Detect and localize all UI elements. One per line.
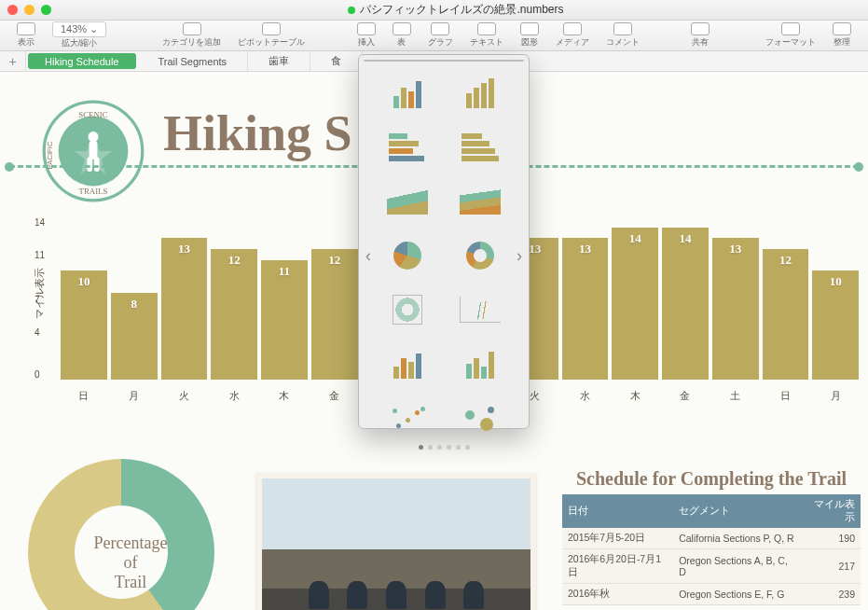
toolbar: 表示 143% ⌄拡大/縮小 カテゴリを追加 ピボットテーブル 挿入 表 グラフ… [0, 21, 868, 51]
prev-style-button[interactable]: ‹ [361, 244, 376, 267]
shape-button[interactable]: 図形 [513, 22, 546, 49]
scatter-chart-icon[interactable] [376, 395, 439, 441]
page-title: Hiking S [163, 104, 352, 162]
bar[interactable]: 13 [562, 238, 609, 380]
bubble-chart-icon[interactable] [448, 395, 512, 441]
two-axis-chart-icon[interactable] [448, 340, 512, 387]
bar[interactable]: 14 [662, 228, 709, 380]
chart-picker-popover: 2D 3D Interactive ‹ › [358, 54, 530, 429]
organize-button[interactable]: 整理 [825, 22, 859, 49]
bar-chart-icon[interactable] [376, 124, 439, 171]
chart-dimension-segmented-control[interactable]: 2D 3D Interactive [364, 60, 524, 62]
schedule-title: Schedule for Completing the Trail [562, 468, 861, 489]
comment-button[interactable]: コメント [599, 22, 647, 49]
chart-button[interactable]: グラフ [420, 22, 461, 49]
document-status-dot [348, 7, 355, 14]
view-button[interactable]: 表示 [9, 22, 43, 49]
chart-thumbnail-grid: ‹ › [359, 66, 529, 445]
window-close-button[interactable] [7, 5, 18, 15]
chart-tab-interactive[interactable]: Interactive [470, 61, 523, 62]
table-row: 2016年秋Oregon Sections E, F, G239 [562, 584, 861, 605]
table-button[interactable]: 表 [385, 22, 419, 49]
window-zoom-button[interactable] [41, 5, 51, 15]
stacked-area-chart-icon[interactable] [448, 178, 512, 225]
next-style-button[interactable]: › [512, 244, 527, 267]
line-chart-icon[interactable] [448, 286, 512, 333]
sheet-tab-gear[interactable]: 歯車 [248, 51, 310, 71]
media-button[interactable]: メディア [548, 22, 597, 49]
bar[interactable]: 10 [61, 270, 107, 380]
y-axis-ticks: 0 4 7 11 14 [34, 216, 53, 380]
pivot-table-button[interactable]: ピボットテーブル [230, 22, 312, 49]
chart-tab-3d[interactable]: 3D [417, 61, 470, 62]
svg-rect-3 [90, 141, 98, 159]
stacked-column-chart-icon[interactable] [448, 70, 512, 117]
table-row: 2016年6月20日-7月1日Oregon Sections A, B, C, … [562, 549, 861, 584]
schedule-table[interactable]: 日付 セグメント マイル表示 2015年7月5-20日California Se… [562, 494, 861, 605]
donut-chart-icon[interactable] [448, 232, 512, 279]
style-page-dots[interactable] [359, 445, 529, 450]
bar[interactable]: 10 [812, 270, 859, 380]
mixed-chart-icon[interactable] [376, 340, 439, 387]
text-button[interactable]: テキスト [462, 22, 511, 49]
table-row: 2015年7月5-20日California Sections P, Q, R1… [562, 528, 861, 549]
bar[interactable]: 12 [311, 249, 358, 380]
sheet-tab-trail-segments[interactable]: Trail Segments [138, 51, 249, 71]
pie-chart-icon[interactable] [376, 232, 439, 279]
percentage-of-trail-donut[interactable]: PercentageofTrail [28, 459, 233, 610]
bar[interactable]: 12 [763, 249, 809, 380]
sheet-tab-food[interactable]: 食 [310, 51, 363, 71]
zoom-control[interactable]: 143% ⌄拡大/縮小 [45, 21, 114, 49]
bar[interactable]: 13 [161, 238, 208, 380]
bar[interactable]: 8 [111, 293, 158, 380]
add-sheet-button[interactable]: + [0, 51, 26, 71]
titlebar: パシフィックトレイルズの絶景.numbers [0, 0, 868, 21]
bar[interactable]: 13 [712, 238, 759, 380]
column-chart-icon[interactable] [376, 70, 439, 117]
scenic-pacific-trails-logo: SCENIC TRAILS PACIFIC [42, 100, 145, 202]
chart-tab-2d[interactable]: 2D [365, 61, 417, 62]
share-button[interactable]: 共有 [683, 22, 717, 49]
sheet-tab-hiking-schedule[interactable]: Hiking Schedule [28, 53, 136, 69]
svg-point-2 [89, 132, 99, 142]
radar-chart-icon[interactable] [376, 286, 439, 333]
bar[interactable]: 14 [612, 228, 658, 380]
donut-title: PercentageofTrail [28, 534, 233, 592]
insert-button[interactable]: 挿入 [350, 22, 383, 49]
bar[interactable]: 11 [261, 260, 308, 380]
window-minimize-button[interactable] [24, 5, 34, 15]
area-chart-icon[interactable] [376, 178, 439, 225]
window-title: パシフィックトレイルズの絶景.numbers [51, 2, 861, 18]
add-category-button[interactable]: カテゴリを追加 [155, 22, 228, 49]
beach-photo[interactable] [256, 473, 536, 610]
svg-text:SCENIC: SCENIC [78, 110, 107, 119]
format-button[interactable]: フォーマット [758, 22, 823, 49]
schedule-table-block: Schedule for Completing the Trail 日付 セグメ… [562, 468, 861, 605]
svg-text:TRAILS: TRAILS [79, 187, 108, 196]
bar[interactable]: 12 [211, 249, 257, 380]
stacked-bar-chart-icon[interactable] [448, 124, 512, 171]
